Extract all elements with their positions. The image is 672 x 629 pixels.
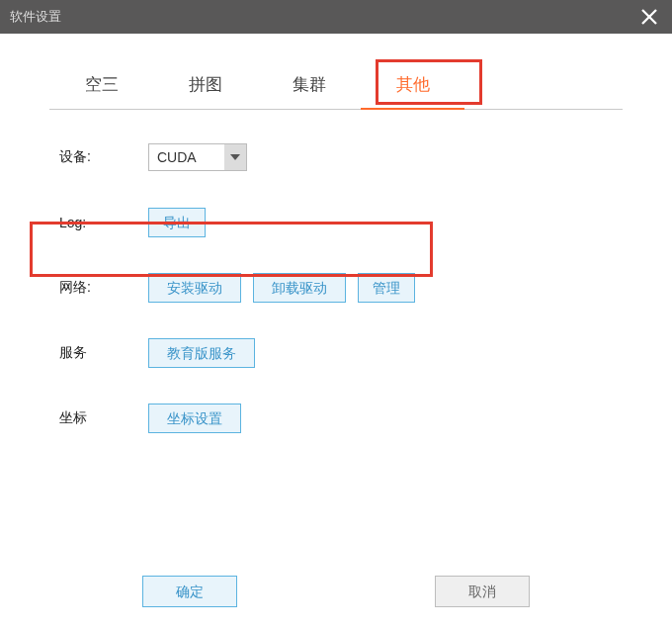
label-device: 设备:: [59, 148, 148, 166]
cancel-button[interactable]: 取消: [435, 576, 530, 607]
row-coord: 坐标 坐标设置: [59, 399, 632, 438]
tab-other[interactable]: 其他: [361, 63, 464, 110]
svg-marker-2: [230, 154, 240, 160]
tab-aerotri[interactable]: 空三: [49, 63, 153, 109]
manage-button[interactable]: 管理: [358, 273, 415, 303]
row-log: Log: 导出: [59, 203, 632, 242]
ok-button[interactable]: 确定: [142, 576, 237, 607]
chevron-down-icon: [224, 144, 246, 170]
row-network: 网络: 安装驱动 卸载驱动 管理: [59, 268, 632, 308]
titlebar: 软件设置: [0, 0, 672, 34]
export-log-button[interactable]: 导出: [148, 208, 206, 237]
dialog-footer: 确定 取消: [0, 576, 672, 607]
dialog-body: 空三 拼图 集群 其他 设备: CUDA Log: 导出 网络: 安装驱动 卸载…: [0, 34, 672, 438]
tab-mosaic[interactable]: 拼图: [153, 63, 257, 109]
tab-content-other: 设备: CUDA Log: 导出 网络: 安装驱动 卸载驱动 管理 服务 教育版…: [40, 110, 632, 438]
device-select-value: CUDA: [149, 144, 224, 170]
row-service: 服务 教育版服务: [59, 333, 632, 373]
device-select[interactable]: CUDA: [148, 143, 247, 171]
window-title: 软件设置: [10, 8, 61, 26]
label-coord: 坐标: [59, 409, 148, 427]
tabs: 空三 拼图 集群 其他: [49, 63, 623, 110]
label-network: 网络:: [59, 279, 148, 297]
label-log: Log:: [59, 215, 148, 230]
close-icon: [640, 8, 658, 26]
uninstall-driver-button[interactable]: 卸载驱动: [253, 273, 346, 303]
row-device: 设备: CUDA: [59, 137, 632, 177]
close-button[interactable]: [632, 0, 666, 34]
label-service: 服务: [59, 344, 148, 362]
edu-service-button[interactable]: 教育版服务: [148, 338, 255, 368]
coord-settings-button[interactable]: 坐标设置: [148, 404, 241, 433]
install-driver-button[interactable]: 安装驱动: [148, 273, 241, 303]
tab-cluster[interactable]: 集群: [257, 63, 361, 109]
